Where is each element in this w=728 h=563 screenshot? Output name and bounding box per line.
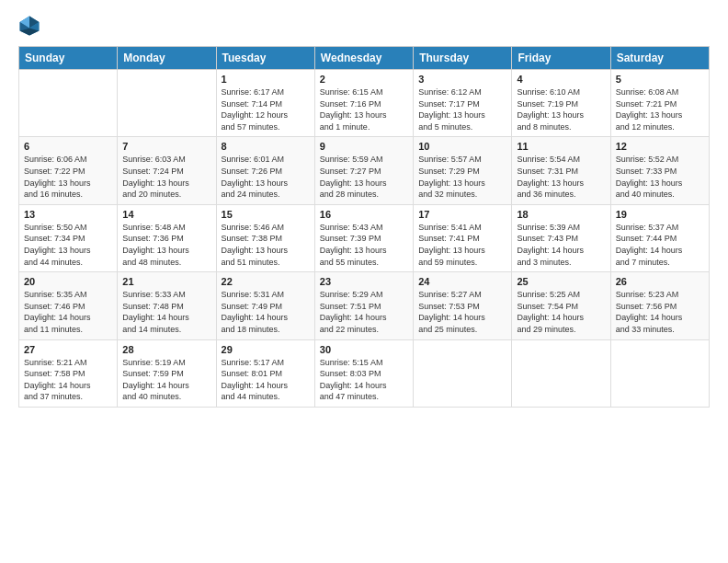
calendar-cell: 17Sunrise: 5:41 AMSunset: 7:41 PMDayligh… [414,204,512,271]
calendar-cell: 4Sunrise: 6:10 AMSunset: 7:19 PMDaylight… [512,70,610,137]
day-info: Sunrise: 5:54 AMSunset: 7:31 PMDaylight:… [517,154,605,200]
day-number: 8 [222,141,310,152]
day-info: Sunrise: 5:33 AMSunset: 7:48 PMDaylight:… [122,289,210,335]
day-info: Sunrise: 5:48 AMSunset: 7:36 PMDaylight:… [122,222,210,268]
calendar-cell: 21Sunrise: 5:33 AMSunset: 7:48 PMDayligh… [118,272,216,339]
logo-icon [18,15,40,37]
day-number: 29 [222,344,310,355]
logo [18,15,42,37]
day-number: 2 [320,74,408,85]
week-row-5: 27Sunrise: 5:21 AMSunset: 7:58 PMDayligh… [19,339,710,407]
day-number: 26 [616,276,704,287]
calendar-cell [19,70,118,137]
calendar-cell [610,339,709,407]
calendar-cell: 20Sunrise: 5:35 AMSunset: 7:46 PMDayligh… [19,272,118,339]
day-number: 14 [122,209,210,220]
column-header-friday: Friday [512,47,610,70]
column-header-sunday: Sunday [19,47,118,70]
day-info: Sunrise: 5:50 AMSunset: 7:34 PMDaylight:… [24,222,112,268]
day-number: 12 [616,141,704,152]
day-info: Sunrise: 6:12 AMSunset: 7:17 PMDaylight:… [418,86,506,132]
day-number: 25 [517,276,605,287]
day-number: 11 [517,141,605,152]
day-number: 17 [418,209,506,220]
calendar-cell: 2Sunrise: 6:15 AMSunset: 7:16 PMDaylight… [314,70,413,137]
calendar-cell: 28Sunrise: 5:19 AMSunset: 7:59 PMDayligh… [118,339,216,407]
day-info: Sunrise: 6:08 AMSunset: 7:21 PMDaylight:… [616,86,704,132]
calendar-cell: 11Sunrise: 5:54 AMSunset: 7:31 PMDayligh… [512,137,610,204]
calendar-table: SundayMondayTuesdayWednesdayThursdayFrid… [18,46,710,408]
day-number: 22 [222,276,310,287]
day-number: 24 [418,276,506,287]
day-info: Sunrise: 6:06 AMSunset: 7:22 PMDaylight:… [24,154,112,200]
calendar-cell: 26Sunrise: 5:23 AMSunset: 7:56 PMDayligh… [610,272,709,339]
day-info: Sunrise: 5:29 AMSunset: 7:51 PMDaylight:… [320,289,408,335]
day-info: Sunrise: 5:17 AMSunset: 8:01 PMDaylight:… [222,357,310,403]
day-info: Sunrise: 5:43 AMSunset: 7:39 PMDaylight:… [320,222,408,268]
column-header-wednesday: Wednesday [314,47,413,70]
calendar-cell: 5Sunrise: 6:08 AMSunset: 7:21 PMDaylight… [610,70,709,137]
day-number: 1 [222,74,310,85]
day-number: 7 [122,141,210,152]
calendar-cell: 16Sunrise: 5:43 AMSunset: 7:39 PMDayligh… [314,204,413,271]
calendar-cell [118,70,216,137]
calendar-cell: 23Sunrise: 5:29 AMSunset: 7:51 PMDayligh… [314,272,413,339]
day-info: Sunrise: 5:57 AMSunset: 7:29 PMDaylight:… [418,154,506,200]
day-number: 18 [517,209,605,220]
day-info: Sunrise: 5:37 AMSunset: 7:44 PMDaylight:… [616,222,704,268]
calendar-cell: 1Sunrise: 6:17 AMSunset: 7:14 PMDaylight… [216,70,314,137]
day-info: Sunrise: 6:03 AMSunset: 7:24 PMDaylight:… [122,154,210,200]
calendar-cell: 18Sunrise: 5:39 AMSunset: 7:43 PMDayligh… [512,204,610,271]
column-header-monday: Monday [118,47,216,70]
calendar-cell: 7Sunrise: 6:03 AMSunset: 7:24 PMDaylight… [118,137,216,204]
day-number: 5 [616,74,704,85]
calendar-cell: 6Sunrise: 6:06 AMSunset: 7:22 PMDaylight… [19,137,118,204]
day-info: Sunrise: 5:59 AMSunset: 7:27 PMDaylight:… [320,154,408,200]
calendar-cell: 3Sunrise: 6:12 AMSunset: 7:17 PMDaylight… [414,70,512,137]
week-row-2: 6Sunrise: 6:06 AMSunset: 7:22 PMDaylight… [19,137,710,204]
calendar-cell: 22Sunrise: 5:31 AMSunset: 7:49 PMDayligh… [216,272,314,339]
day-number: 28 [122,344,210,355]
day-info: Sunrise: 5:27 AMSunset: 7:53 PMDaylight:… [418,289,506,335]
calendar-cell: 27Sunrise: 5:21 AMSunset: 7:58 PMDayligh… [19,339,118,407]
calendar-cell: 14Sunrise: 5:48 AMSunset: 7:36 PMDayligh… [118,204,216,271]
calendar-cell: 19Sunrise: 5:37 AMSunset: 7:44 PMDayligh… [610,204,709,271]
day-info: Sunrise: 5:19 AMSunset: 7:59 PMDaylight:… [122,357,210,403]
day-info: Sunrise: 5:15 AMSunset: 8:03 PMDaylight:… [320,357,408,403]
day-number: 30 [320,344,408,355]
day-number: 10 [418,141,506,152]
calendar-cell [512,339,610,407]
calendar-cell: 29Sunrise: 5:17 AMSunset: 8:01 PMDayligh… [216,339,314,407]
week-row-3: 13Sunrise: 5:50 AMSunset: 7:34 PMDayligh… [19,204,710,271]
day-info: Sunrise: 6:15 AMSunset: 7:16 PMDaylight:… [320,86,408,132]
day-number: 6 [24,141,112,152]
day-info: Sunrise: 6:17 AMSunset: 7:14 PMDaylight:… [222,86,310,132]
day-info: Sunrise: 5:23 AMSunset: 7:56 PMDaylight:… [616,289,704,335]
column-header-row: SundayMondayTuesdayWednesdayThursdayFrid… [19,47,710,70]
day-info: Sunrise: 5:52 AMSunset: 7:33 PMDaylight:… [616,154,704,200]
day-number: 13 [24,209,112,220]
calendar-cell: 13Sunrise: 5:50 AMSunset: 7:34 PMDayligh… [19,204,118,271]
column-header-thursday: Thursday [414,47,512,70]
calendar-cell: 9Sunrise: 5:59 AMSunset: 7:27 PMDaylight… [314,137,413,204]
day-info: Sunrise: 5:41 AMSunset: 7:41 PMDaylight:… [418,222,506,268]
day-number: 16 [320,209,408,220]
calendar-cell: 25Sunrise: 5:25 AMSunset: 7:54 PMDayligh… [512,272,610,339]
day-info: Sunrise: 5:31 AMSunset: 7:49 PMDaylight:… [222,289,310,335]
day-number: 23 [320,276,408,287]
calendar-cell: 8Sunrise: 6:01 AMSunset: 7:26 PMDaylight… [216,137,314,204]
calendar-cell: 10Sunrise: 5:57 AMSunset: 7:29 PMDayligh… [414,137,512,204]
day-number: 20 [24,276,112,287]
day-info: Sunrise: 5:21 AMSunset: 7:58 PMDaylight:… [24,357,112,403]
page-header [18,15,710,37]
day-number: 4 [517,74,605,85]
calendar-cell: 15Sunrise: 5:46 AMSunset: 7:38 PMDayligh… [216,204,314,271]
calendar-cell: 24Sunrise: 5:27 AMSunset: 7:53 PMDayligh… [414,272,512,339]
day-info: Sunrise: 5:46 AMSunset: 7:38 PMDaylight:… [222,222,310,268]
day-info: Sunrise: 6:10 AMSunset: 7:19 PMDaylight:… [517,86,605,132]
day-number: 19 [616,209,704,220]
day-number: 15 [222,209,310,220]
calendar-cell: 12Sunrise: 5:52 AMSunset: 7:33 PMDayligh… [610,137,709,204]
day-info: Sunrise: 5:25 AMSunset: 7:54 PMDaylight:… [517,289,605,335]
day-number: 3 [418,74,506,85]
